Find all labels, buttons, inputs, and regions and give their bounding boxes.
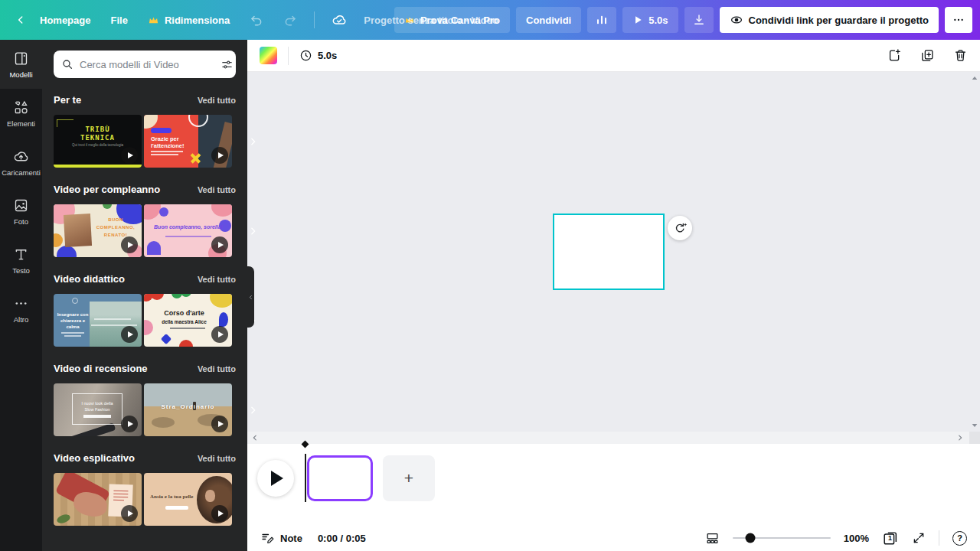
download-icon <box>692 13 706 27</box>
notes-button[interactable]: Note <box>260 531 302 545</box>
template-thumb[interactable]: TRIBÙ TEKNICA Qui trovi il meglio della … <box>54 115 142 168</box>
zoom-level[interactable]: 100% <box>844 533 869 544</box>
timeline-page-thumbnail[interactable] <box>307 455 373 501</box>
uploads-cloud-icon <box>13 148 29 165</box>
scroll-right-icon[interactable] <box>956 434 964 442</box>
template-thumb[interactable]: I nuovi look della Slow Fashion <box>54 383 142 436</box>
see-all-link[interactable]: Vedi tutto <box>198 454 236 463</box>
delete-page-icon[interactable] <box>953 48 968 63</box>
template-thumb[interactable]: Insegnare con chiarezza e calma <box>54 294 142 347</box>
ellipsis-icon <box>952 14 965 26</box>
statusbar-divider <box>939 530 939 546</box>
redo-button[interactable] <box>276 7 305 33</box>
vertical-scrollbar[interactable] <box>969 72 980 432</box>
undo-icon <box>250 13 263 27</box>
sidebar-item-foto[interactable]: Foto <box>0 187 42 236</box>
template-thumb[interactable]: Corso d'arte della maestra Alice <box>144 294 232 347</box>
filter-icon[interactable] <box>220 58 234 71</box>
more-options-button[interactable] <box>945 7 972 33</box>
see-all-link[interactable]: Vedi tutto <box>198 364 236 373</box>
preview-play-button[interactable]: 5.0s <box>622 7 678 33</box>
section-title: Video didattico <box>54 273 125 285</box>
back-button[interactable] <box>8 8 28 31</box>
play-icon <box>121 416 138 432</box>
share-view-link-button[interactable]: Condividi link per guardare il progetto <box>720 7 939 33</box>
pages-indicator[interactable]: 1 <box>882 530 899 546</box>
search-bar[interactable] <box>54 51 236 78</box>
clock-icon <box>299 49 312 62</box>
row-scroll-next[interactable] <box>248 494 258 504</box>
panel-collapse-handle[interactable] <box>247 266 254 328</box>
sidebar-item-caricamenti[interactable]: Caricamenti <box>0 138 42 187</box>
file-menu-button[interactable]: File <box>103 8 135 32</box>
top-bar: Homepage File Ridimensiona Progetto senz… <box>0 0 980 40</box>
selected-page[interactable] <box>553 214 665 290</box>
sidebar-rail: Modelli Elementi Caricamenti Foto Testo … <box>0 40 42 551</box>
scroll-left-icon[interactable] <box>251 434 259 442</box>
page-duration-button[interactable]: 5.0s <box>299 49 337 62</box>
rotate-handle[interactable] <box>668 216 692 240</box>
play-icon <box>632 15 643 25</box>
sidebar-item-altro[interactable]: Altro <box>0 285 42 334</box>
play-icon <box>211 236 228 253</box>
search-icon <box>61 58 74 70</box>
cloud-save-status[interactable] <box>324 6 354 34</box>
fullscreen-icon[interactable] <box>912 531 926 545</box>
template-thumb[interactable]: Stra_Ordinario <box>144 383 232 436</box>
help-button[interactable]: ? <box>952 531 967 546</box>
project-title[interactable]: Progetto senza titolo - Video <box>364 15 498 26</box>
rotate-icon <box>673 221 687 235</box>
undo-button[interactable] <box>242 7 271 33</box>
play-icon <box>121 147 138 164</box>
play-icon <box>121 505 138 522</box>
see-all-link[interactable]: Vedi tutto <box>198 185 236 194</box>
timeline-play-button[interactable] <box>257 460 294 497</box>
playhead-line[interactable] <box>305 454 306 502</box>
play-icon <box>211 326 228 343</box>
template-thumb[interactable]: BUON COMPLEANNO, RENATO! <box>54 204 142 257</box>
share-button[interactable]: Condividi <box>516 7 581 33</box>
timeline-add-page-button[interactable]: + <box>383 455 435 501</box>
horizontal-scrollbar[interactable] <box>247 432 980 444</box>
status-bar: Note 0:00 / 0:05 100% 1 ? <box>247 525 980 551</box>
sidebar-item-testo[interactable]: Testo <box>0 236 42 285</box>
see-all-link[interactable]: Vedi tutto <box>198 96 236 105</box>
template-thumb[interactable]: Grazie per l'attenzione! <box>144 115 232 168</box>
template-thumb[interactable]: Buon compleanno, sorella! <box>144 204 232 257</box>
timeline-view-icon[interactable] <box>705 531 720 546</box>
template-thumb[interactable] <box>54 473 142 526</box>
scrollbar-corner <box>969 432 980 444</box>
canvas-area[interactable] <box>247 72 980 432</box>
row-scroll-next[interactable] <box>248 226 258 236</box>
see-all-link[interactable]: Vedi tutto <box>198 275 236 284</box>
play-icon <box>211 416 228 432</box>
sidebar-item-elementi[interactable]: Elementi <box>0 89 42 138</box>
cloud-check-icon <box>332 12 347 28</box>
elements-icon <box>13 99 29 116</box>
duplicate-page-icon[interactable] <box>920 48 935 63</box>
template-row: BUON COMPLEANNO, RENATO! Buon compleanno… <box>54 204 247 257</box>
homepage-button[interactable]: Homepage <box>32 8 98 32</box>
section-title: Video esplicativo <box>54 452 135 464</box>
add-page-icon[interactable] <box>887 48 902 63</box>
row-scroll-next[interactable] <box>248 136 258 146</box>
template-row: TRIBÙ TEKNICA Qui trovi il meglio della … <box>54 115 247 168</box>
section-title: Video di recensione <box>54 363 148 374</box>
templates-icon <box>13 51 29 67</box>
more-dots-icon <box>13 295 29 311</box>
play-icon <box>211 505 228 522</box>
zoom-slider[interactable] <box>733 533 831 543</box>
resize-button[interactable]: Ridimensiona <box>140 8 237 32</box>
photos-icon <box>13 197 29 214</box>
background-color-tile[interactable] <box>260 47 277 64</box>
row-scroll-next[interactable] <box>248 405 258 415</box>
template-thumb[interactable]: Ansia e la tua pelle <box>144 473 232 526</box>
toolbar-divider <box>288 47 289 65</box>
sidebar-item-modelli[interactable]: Modelli <box>0 40 42 89</box>
search-input[interactable] <box>80 59 214 70</box>
play-icon <box>121 236 138 253</box>
download-button[interactable] <box>684 7 714 33</box>
template-row: Insegnare con chiarezza e calma Corso d'… <box>54 294 247 347</box>
insights-button[interactable] <box>587 7 616 33</box>
zoom-slider-thumb[interactable] <box>745 533 755 543</box>
